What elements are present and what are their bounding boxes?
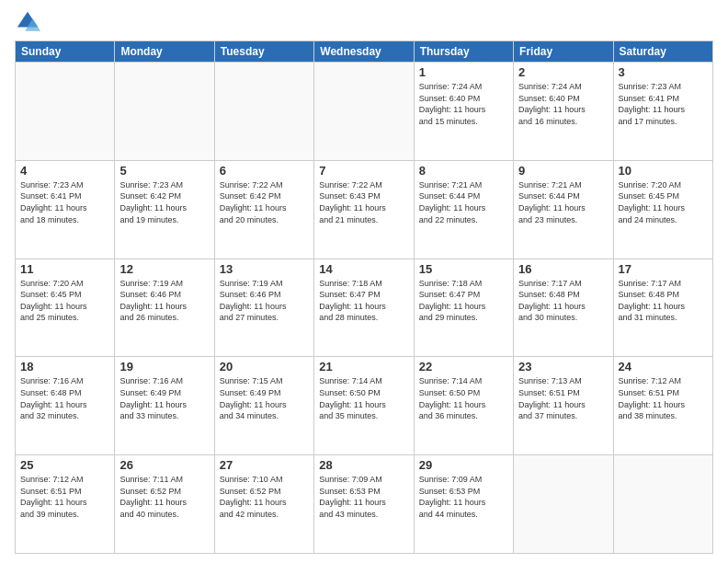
calendar-cell: 5Sunrise: 7:23 AM Sunset: 6:42 PM Daylig… [115,160,214,259]
day-number: 18 [20,360,109,373]
day-info: Sunrise: 7:23 AM Sunset: 6:41 PM Dayligh… [619,81,708,127]
weekday-header-saturday: Saturday [613,41,712,63]
day-number: 6 [220,164,309,178]
day-info: Sunrise: 7:22 AM Sunset: 6:43 PM Dayligh… [319,179,408,225]
day-info: Sunrise: 7:20 AM Sunset: 6:45 PM Dayligh… [619,179,708,225]
day-number: 21 [319,360,408,373]
calendar-cell [613,455,712,554]
calendar-cell: 12Sunrise: 7:19 AM Sunset: 6:46 PM Dayli… [115,259,214,357]
day-info: Sunrise: 7:17 AM Sunset: 6:48 PM Dayligh… [619,278,708,324]
calendar-cell: 28Sunrise: 7:09 AM Sunset: 6:53 PM Dayli… [314,455,414,554]
calendar-cell: 17Sunrise: 7:17 AM Sunset: 6:48 PM Dayli… [613,259,712,357]
calendar-cell: 1Sunrise: 7:24 AM Sunset: 6:40 PM Daylig… [414,63,513,161]
weekday-header-friday: Friday [514,41,613,63]
day-info: Sunrise: 7:09 AM Sunset: 6:53 PM Dayligh… [419,474,508,520]
day-info: Sunrise: 7:23 AM Sunset: 6:42 PM Dayligh… [119,179,209,225]
day-info: Sunrise: 7:18 AM Sunset: 6:47 PM Dayligh… [419,278,508,324]
calendar-cell [314,63,414,161]
day-info: Sunrise: 7:18 AM Sunset: 6:47 PM Dayligh… [319,278,408,324]
day-info: Sunrise: 7:13 AM Sunset: 6:51 PM Dayligh… [518,375,608,421]
calendar-table: SundayMondayTuesdayWednesdayThursdayFrid… [15,40,713,554]
week-row-4: 18Sunrise: 7:16 AM Sunset: 6:48 PM Dayli… [16,357,713,455]
weekday-header-sunday: Sunday [16,41,115,63]
weekday-header-row: SundayMondayTuesdayWednesdayThursdayFrid… [16,41,713,63]
day-info: Sunrise: 7:09 AM Sunset: 6:53 PM Dayligh… [319,474,408,520]
day-info: Sunrise: 7:19 AM Sunset: 6:46 PM Dayligh… [119,278,209,324]
calendar-cell: 6Sunrise: 7:22 AM Sunset: 6:42 PM Daylig… [214,160,313,259]
day-number: 3 [619,65,708,79]
calendar-cell: 18Sunrise: 7:16 AM Sunset: 6:48 PM Dayli… [16,357,115,455]
day-number: 25 [20,458,109,472]
day-number: 24 [619,360,708,373]
day-info: Sunrise: 7:17 AM Sunset: 6:48 PM Dayligh… [518,278,608,324]
day-info: Sunrise: 7:16 AM Sunset: 6:48 PM Dayligh… [20,375,109,421]
header [15,9,713,35]
day-number: 14 [319,262,408,276]
day-number: 26 [119,458,209,472]
day-number: 10 [619,164,708,178]
week-row-3: 11Sunrise: 7:20 AM Sunset: 6:45 PM Dayli… [16,259,713,357]
day-info: Sunrise: 7:21 AM Sunset: 6:44 PM Dayligh… [518,179,608,225]
calendar-cell [214,63,313,161]
day-number: 15 [419,262,508,276]
day-info: Sunrise: 7:22 AM Sunset: 6:42 PM Dayligh… [220,179,309,225]
day-info: Sunrise: 7:15 AM Sunset: 6:49 PM Dayligh… [220,375,309,421]
day-info: Sunrise: 7:11 AM Sunset: 6:52 PM Dayligh… [119,474,209,520]
day-info: Sunrise: 7:10 AM Sunset: 6:52 PM Dayligh… [220,474,309,520]
calendar-cell: 20Sunrise: 7:15 AM Sunset: 6:49 PM Dayli… [214,357,313,455]
day-number: 23 [518,360,608,373]
calendar-cell: 7Sunrise: 7:22 AM Sunset: 6:43 PM Daylig… [314,160,414,259]
week-row-2: 4Sunrise: 7:23 AM Sunset: 6:41 PM Daylig… [16,160,713,259]
day-number: 4 [20,164,109,178]
day-info: Sunrise: 7:19 AM Sunset: 6:46 PM Dayligh… [220,278,309,324]
calendar-cell: 11Sunrise: 7:20 AM Sunset: 6:45 PM Dayli… [16,259,115,357]
day-info: Sunrise: 7:12 AM Sunset: 6:51 PM Dayligh… [619,375,708,421]
weekday-header-thursday: Thursday [414,41,513,63]
day-info: Sunrise: 7:14 AM Sunset: 6:50 PM Dayligh… [419,375,508,421]
calendar-cell [16,63,115,161]
calendar-cell: 19Sunrise: 7:16 AM Sunset: 6:49 PM Dayli… [115,357,214,455]
day-number: 19 [119,360,209,373]
week-row-1: 1Sunrise: 7:24 AM Sunset: 6:40 PM Daylig… [16,63,713,161]
day-number: 17 [619,262,708,276]
day-number: 7 [319,164,408,178]
day-info: Sunrise: 7:20 AM Sunset: 6:45 PM Dayligh… [20,278,109,324]
day-number: 20 [220,360,309,373]
day-number: 1 [419,65,508,79]
calendar-cell: 13Sunrise: 7:19 AM Sunset: 6:46 PM Dayli… [214,259,313,357]
logo [15,9,44,35]
day-info: Sunrise: 7:16 AM Sunset: 6:49 PM Dayligh… [119,375,209,421]
day-info: Sunrise: 7:24 AM Sunset: 6:40 PM Dayligh… [419,81,508,127]
day-number: 13 [220,262,309,276]
calendar-cell: 8Sunrise: 7:21 AM Sunset: 6:44 PM Daylig… [414,160,513,259]
calendar-cell: 15Sunrise: 7:18 AM Sunset: 6:47 PM Dayli… [414,259,513,357]
week-row-5: 25Sunrise: 7:12 AM Sunset: 6:51 PM Dayli… [16,455,713,554]
day-info: Sunrise: 7:14 AM Sunset: 6:50 PM Dayligh… [319,375,408,421]
calendar-cell: 9Sunrise: 7:21 AM Sunset: 6:44 PM Daylig… [514,160,613,259]
weekday-header-tuesday: Tuesday [214,41,313,63]
day-number: 29 [419,458,508,472]
calendar-cell: 25Sunrise: 7:12 AM Sunset: 6:51 PM Dayli… [16,455,115,554]
calendar-cell: 16Sunrise: 7:17 AM Sunset: 6:48 PM Dayli… [514,259,613,357]
day-number: 28 [319,458,408,472]
calendar-cell: 4Sunrise: 7:23 AM Sunset: 6:41 PM Daylig… [16,160,115,259]
calendar-cell: 10Sunrise: 7:20 AM Sunset: 6:45 PM Dayli… [613,160,712,259]
calendar-cell: 24Sunrise: 7:12 AM Sunset: 6:51 PM Dayli… [613,357,712,455]
day-info: Sunrise: 7:23 AM Sunset: 6:41 PM Dayligh… [20,179,109,225]
day-number: 11 [20,262,109,276]
day-number: 8 [419,164,508,178]
day-number: 16 [518,262,608,276]
day-number: 5 [119,164,209,178]
page: SundayMondayTuesdayWednesdayThursdayFrid… [0,0,728,563]
day-info: Sunrise: 7:12 AM Sunset: 6:51 PM Dayligh… [20,474,109,520]
day-number: 12 [119,262,209,276]
day-number: 9 [518,164,608,178]
day-number: 27 [220,458,309,472]
calendar-cell: 29Sunrise: 7:09 AM Sunset: 6:53 PM Dayli… [414,455,513,554]
calendar-cell: 3Sunrise: 7:23 AM Sunset: 6:41 PM Daylig… [613,63,712,161]
day-info: Sunrise: 7:24 AM Sunset: 6:40 PM Dayligh… [518,81,608,127]
calendar-cell: 26Sunrise: 7:11 AM Sunset: 6:52 PM Dayli… [115,455,214,554]
calendar-cell: 22Sunrise: 7:14 AM Sunset: 6:50 PM Dayli… [414,357,513,455]
day-number: 22 [419,360,508,373]
day-info: Sunrise: 7:21 AM Sunset: 6:44 PM Dayligh… [419,179,508,225]
